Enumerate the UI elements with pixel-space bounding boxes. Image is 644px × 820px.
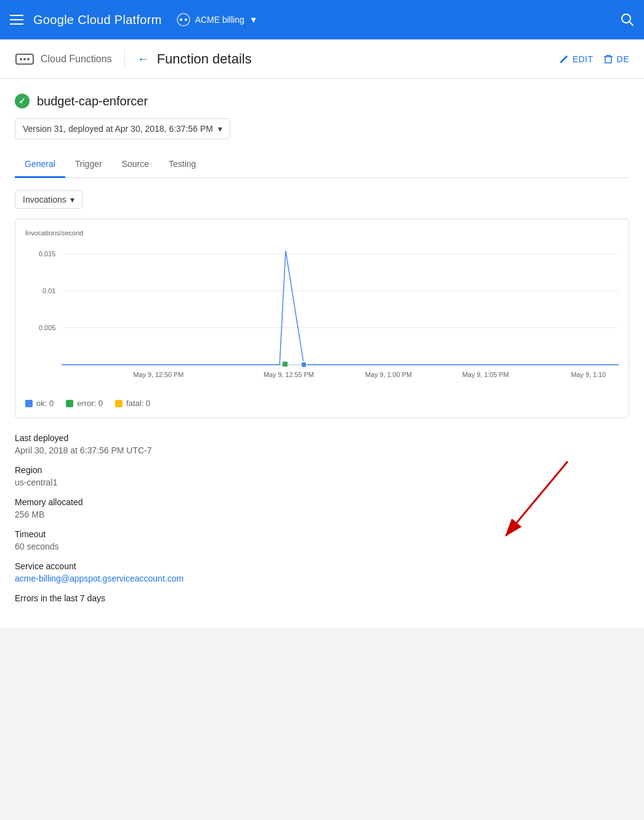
last-deployed-value: April 30, 2018 at 6:37:56 PM UTC-7	[15, 445, 629, 455]
search-icon[interactable]	[619, 12, 634, 28]
svg-text:0.01: 0.01	[42, 287, 55, 294]
sub-header: Cloud Functions ← Function details EDIT …	[0, 39, 644, 79]
chart-legend: ok: 0 error: 0 fatal: 0	[25, 399, 619, 408]
tabs-bar: General Trigger Source Testing	[15, 152, 629, 178]
service-account-link[interactable]: acme-billing@appspot.gserviceaccount.com	[15, 574, 183, 583]
svg-text:0.015: 0.015	[39, 250, 55, 258]
legend-ok: ok: 0	[25, 399, 54, 408]
svg-text:May 9, 1:05 PM: May 9, 1:05 PM	[462, 371, 509, 378]
details-section: Last deployed April 30, 2018 at 6:37:56 …	[15, 433, 629, 603]
invocations-chart: Invocations/second 0.015 0.01 0.005 May …	[15, 219, 629, 418]
last-deployed-item: Last deployed April 30, 2018 at 6:37:56 …	[15, 433, 629, 455]
svg-point-0	[177, 14, 190, 26]
region-item: Region us-central1	[15, 465, 629, 487]
svg-text:May 9, 1:10: May 9, 1:10	[571, 371, 606, 378]
svg-point-7	[23, 58, 26, 60]
svg-text:0.005: 0.005	[39, 324, 55, 331]
status-icon	[15, 94, 30, 108]
legend-error-color	[66, 400, 73, 407]
function-name: budget-cap-enforcer	[37, 94, 148, 108]
header-separator	[124, 49, 125, 69]
last-deployed-label: Last deployed	[15, 433, 629, 443]
top-navigation: Google Cloud Platform ACME billing ▼	[0, 0, 644, 39]
cloud-functions-label: Cloud Functions	[41, 54, 112, 65]
region-value: us-central1	[15, 477, 629, 487]
back-button[interactable]: ←	[137, 52, 150, 66]
tab-testing[interactable]: Testing	[159, 152, 206, 178]
cloud-functions-icon	[15, 49, 34, 69]
edit-icon	[559, 54, 569, 64]
delete-button[interactable]: DE	[603, 54, 629, 64]
billing-icon	[177, 13, 190, 26]
version-dropdown[interactable]: Version 31, deployed at Apr 30, 2018, 6:…	[15, 118, 230, 139]
gcp-title: Google Cloud Platform	[33, 13, 162, 27]
function-header: budget-cap-enforcer	[15, 94, 629, 108]
tab-source[interactable]: Source	[112, 152, 159, 178]
main-content: budget-cap-enforcer Version 31, deployed…	[0, 79, 644, 628]
edit-button[interactable]: EDIT	[559, 54, 594, 64]
edit-label: EDIT	[573, 54, 594, 64]
legend-fatal: fatal: 0	[115, 399, 150, 408]
memory-value: 256 MB	[15, 509, 629, 519]
legend-error-label: error: 0	[77, 399, 103, 408]
timeout-value: 60 seconds	[15, 542, 629, 551]
svg-rect-18	[283, 362, 288, 367]
delete-label: DE	[617, 54, 629, 64]
header-actions: EDIT DE	[559, 54, 629, 64]
chart-y-axis-label: Invocations/second	[25, 229, 619, 237]
legend-fatal-label: fatal: 0	[126, 399, 150, 408]
metric-chevron: ▾	[70, 195, 74, 205]
svg-text:May 9, 12:50 PM: May 9, 12:50 PM	[134, 371, 184, 378]
errors-item: Errors in the last 7 days	[15, 593, 629, 603]
legend-fatal-color	[115, 400, 123, 407]
tab-general[interactable]: General	[15, 152, 65, 178]
chart-svg: 0.015 0.01 0.005 May 9, 12:50 PM May 9, …	[25, 242, 619, 389]
svg-line-4	[629, 22, 633, 25]
metric-selector[interactable]: Invocations ▾	[15, 190, 83, 209]
timeout-item: Timeout 60 seconds	[15, 529, 629, 551]
legend-ok-color	[25, 400, 33, 407]
billing-name: ACME billing	[195, 15, 244, 25]
cloud-functions-nav[interactable]: Cloud Functions	[15, 49, 112, 69]
service-account-label: Service account	[15, 561, 629, 571]
svg-point-2	[185, 18, 187, 21]
hamburger-menu[interactable]	[10, 15, 23, 25]
metric-label: Invocations	[23, 195, 66, 205]
delete-icon	[603, 54, 613, 64]
version-chevron: ▾	[218, 124, 222, 134]
memory-item: Memory allocated 256 MB	[15, 497, 629, 519]
svg-point-8	[27, 58, 30, 60]
memory-label: Memory allocated	[15, 497, 629, 507]
legend-ok-label: ok: 0	[36, 399, 54, 408]
page-title: Function details	[157, 51, 252, 67]
svg-text:May 9, 12:55 PM: May 9, 12:55 PM	[264, 371, 314, 378]
service-account-item: Service account acme-billing@appspot.gse…	[15, 561, 629, 583]
version-label: Version 31, deployed at Apr 30, 2018, 6:…	[23, 124, 213, 134]
svg-point-17	[301, 362, 307, 368]
svg-point-1	[180, 18, 182, 21]
billing-chevron: ▼	[249, 15, 258, 25]
svg-text:May 9, 1:00 PM: May 9, 1:00 PM	[365, 371, 412, 378]
errors-label: Errors in the last 7 days	[15, 593, 629, 603]
region-label: Region	[15, 465, 629, 475]
timeout-label: Timeout	[15, 529, 629, 539]
billing-selector[interactable]: ACME billing ▼	[177, 13, 258, 26]
svg-point-6	[20, 58, 22, 60]
legend-error: error: 0	[66, 399, 103, 408]
tab-trigger[interactable]: Trigger	[65, 152, 112, 178]
